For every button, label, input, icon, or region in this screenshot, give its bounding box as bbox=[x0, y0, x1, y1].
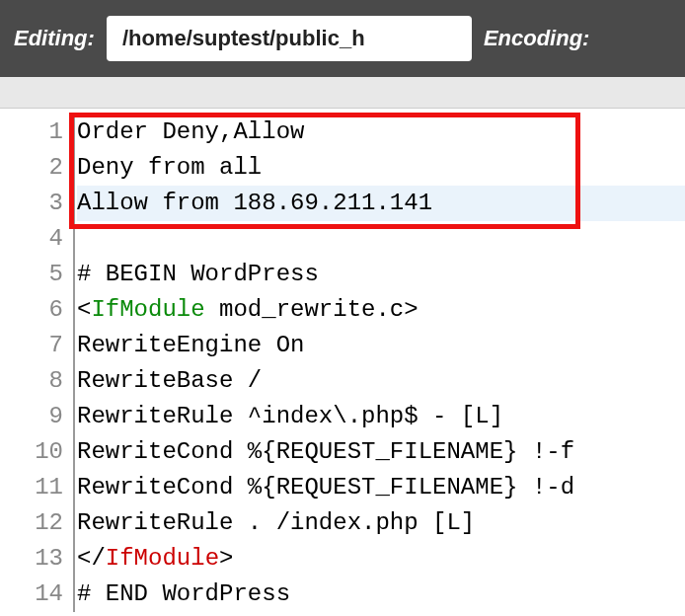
ifmodule-args: mod_rewrite.c> bbox=[205, 296, 419, 323]
code-line[interactable]: Order Deny,Allow bbox=[77, 115, 685, 150]
line-number: 2 bbox=[0, 150, 63, 186]
editor-toolbar: Editing: Encoding: bbox=[0, 0, 685, 77]
code-line[interactable]: RewriteCond %{REQUEST_FILENAME} !-d bbox=[77, 470, 685, 505]
encoding-label: Encoding: bbox=[484, 26, 590, 51]
line-number: 10 bbox=[0, 434, 63, 470]
ifmodule-close-tag: IfModule bbox=[106, 545, 219, 572]
line-number: 5 bbox=[0, 257, 63, 292]
file-path-input[interactable] bbox=[107, 16, 472, 61]
line-number: 11 bbox=[0, 470, 63, 505]
code-line[interactable]: Allow from 188.69.211.141 bbox=[77, 186, 685, 221]
line-number-gutter: 1 2 3 4 5 6 7 8 9 10 11 12 13 14 bbox=[0, 115, 73, 612]
code-line[interactable]: Deny from all bbox=[77, 150, 685, 186]
line-number: 12 bbox=[0, 505, 63, 541]
toolbar-separator bbox=[0, 77, 685, 109]
line-number: 8 bbox=[0, 363, 63, 399]
line-number: 6 bbox=[0, 292, 63, 328]
bracket-close: > bbox=[219, 545, 233, 572]
code-editor[interactable]: 1 2 3 4 5 6 7 8 9 10 11 12 13 14 Order D… bbox=[0, 109, 685, 612]
code-line[interactable]: RewriteBase / bbox=[77, 363, 685, 399]
line-number: 9 bbox=[0, 399, 63, 434]
code-line[interactable]: # BEGIN WordPress bbox=[77, 257, 685, 292]
bracket-open: < bbox=[77, 296, 91, 323]
code-line[interactable]: </IfModule> bbox=[77, 541, 685, 577]
bracket-close-open: </ bbox=[77, 545, 106, 572]
line-number: 4 bbox=[0, 221, 63, 257]
code-area[interactable]: Order Deny,Allow Deny from all Allow fro… bbox=[73, 115, 685, 612]
code-line[interactable]: RewriteEngine On bbox=[77, 328, 685, 363]
code-line[interactable]: RewriteRule . /index.php [L] bbox=[77, 505, 685, 541]
code-line[interactable]: <IfModule mod_rewrite.c> bbox=[77, 292, 685, 328]
code-line[interactable]: # END WordPress bbox=[77, 577, 685, 612]
ifmodule-open-tag: IfModule bbox=[91, 296, 204, 323]
line-number: 14 bbox=[0, 577, 63, 612]
line-number: 7 bbox=[0, 328, 63, 363]
code-line[interactable]: RewriteCond %{REQUEST_FILENAME} !-f bbox=[77, 434, 685, 470]
code-line[interactable]: RewriteRule ^index\.php$ - [L] bbox=[77, 399, 685, 434]
code-line[interactable] bbox=[77, 221, 685, 257]
line-number: 3 bbox=[0, 186, 63, 221]
line-number: 13 bbox=[0, 541, 63, 577]
line-number: 1 bbox=[0, 115, 63, 150]
editing-label: Editing: bbox=[14, 26, 95, 51]
